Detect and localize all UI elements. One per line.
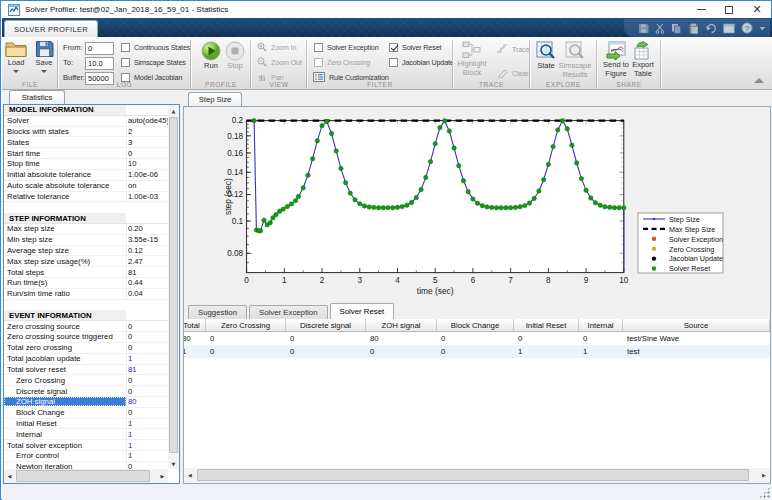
highlight-block-button[interactable]: Highlight Block xyxy=(454,41,490,77)
table-hscrollbar-thumb[interactable] xyxy=(197,469,749,481)
stat-row[interactable]: Total jacobian update1 xyxy=(4,354,168,365)
zero-crossing-checkbox[interactable]: Zero Crossing xyxy=(314,58,370,67)
stat-row[interactable]: Newton iteration0 xyxy=(4,462,168,469)
solver-reset-table[interactable]: TotalZero CrossingDiscrete signalZOH sig… xyxy=(184,319,770,469)
stat-row[interactable]: Total steps81 xyxy=(4,267,168,278)
stat-row[interactable]: Zero crossing source0 xyxy=(4,321,168,332)
statistics-vscrollbar[interactable]: ▲ ▼ xyxy=(168,105,179,469)
stat-row[interactable]: Run/sim time ratio0.04 xyxy=(4,289,168,300)
stat-row[interactable]: Blocks with states2 xyxy=(4,127,168,138)
column-header[interactable]: ZOH signal xyxy=(366,319,437,331)
maximize-button[interactable] xyxy=(715,1,743,18)
column-header[interactable]: Total xyxy=(184,319,206,331)
column-header[interactable]: Internal xyxy=(579,319,623,331)
tab-statistics[interactable]: Statistics xyxy=(9,90,65,104)
from-input[interactable] xyxy=(85,42,114,55)
scroll-left-icon[interactable]: ◀ xyxy=(4,469,15,483)
stat-value-link[interactable]: 1 xyxy=(126,419,168,428)
tab-solver-profiler[interactable]: SOLVER PROFILER xyxy=(4,20,98,37)
qat-dropdown-icon[interactable] xyxy=(759,26,766,31)
solver-exception-checkbox[interactable]: Solver Exception xyxy=(314,43,379,52)
clear-button[interactable]: Clear xyxy=(497,68,528,78)
stat-row[interactable]: Max step size0.20 xyxy=(4,224,168,235)
stat-row[interactable]: Total solver exception1 xyxy=(4,440,168,451)
paste-icon[interactable] xyxy=(688,23,699,34)
stat-value-link[interactable]: 1 xyxy=(126,354,168,363)
stat-row[interactable]: Initial Reset1 xyxy=(4,419,168,430)
stat-row[interactable]: Block Change0 xyxy=(4,408,168,419)
vscrollbar-thumb[interactable] xyxy=(169,117,178,453)
layout-icon[interactable] xyxy=(723,23,735,34)
export-table-button[interactable]: Export Table xyxy=(625,41,661,78)
scroll-right-icon[interactable]: ▶ xyxy=(157,469,168,483)
zoom-in-button[interactable]: Zoom In xyxy=(257,42,296,52)
jacobian-update-checkbox[interactable]: Jacobian Update xyxy=(389,58,454,67)
zoom-out-button[interactable]: Zoom Out xyxy=(257,57,302,67)
simscape-results-button[interactable]: Simscape Results xyxy=(557,41,593,79)
tab-solver-reset[interactable]: Solver Reset xyxy=(330,303,395,319)
table-scroll-right-icon[interactable]: ▶ xyxy=(758,468,770,482)
simscape-states-checkbox[interactable]: Simscape States xyxy=(121,58,186,67)
scroll-down-icon[interactable]: ▼ xyxy=(168,458,179,469)
cut-icon[interactable] xyxy=(655,23,665,34)
table-cell: 0 xyxy=(206,332,286,345)
scroll-up-icon[interactable]: ▲ xyxy=(168,105,179,116)
stop-button[interactable]: Stop xyxy=(217,41,253,71)
stat-row[interactable]: ZOH signal80 xyxy=(4,397,168,408)
stat-row[interactable]: Total zero crossing0 xyxy=(4,343,168,354)
stat-row[interactable]: Internal1 xyxy=(4,429,168,440)
column-header[interactable]: Block Change xyxy=(437,319,514,331)
stat-row[interactable]: Error control1 xyxy=(4,451,168,462)
stat-row[interactable]: Solverauto(ode45) xyxy=(4,116,168,127)
stat-row[interactable]: Zero crossing source triggered0 xyxy=(4,332,168,343)
trace-button[interactable]: Trace xyxy=(497,44,529,54)
minimize-button[interactable] xyxy=(687,1,715,18)
tab-step-size[interactable]: Step Size xyxy=(188,92,242,106)
statistics-table[interactable]: MODEL INFORMATIONSolverauto(ode45)Blocks… xyxy=(4,105,168,469)
stat-row[interactable]: Max step size usage(%)2.47 xyxy=(4,256,168,267)
stat-row[interactable]: Zero Crossing0 xyxy=(4,375,168,386)
hscrollbar-thumb[interactable] xyxy=(16,470,150,482)
save-icon[interactable] xyxy=(638,23,649,34)
stat-row[interactable]: Auto scale absolute toleranceon xyxy=(4,181,168,192)
column-header[interactable]: Zero Crossing xyxy=(206,319,286,331)
ribbon-collapse-icon[interactable] xyxy=(754,78,764,83)
stat-row[interactable]: Initial absolute tolerance1.00e-06 xyxy=(4,170,168,181)
copy-icon[interactable] xyxy=(671,23,682,34)
stat-value-link[interactable]: 81 xyxy=(126,365,168,374)
resize-grip[interactable] xyxy=(759,487,770,498)
stat-row[interactable]: Total solver reset81 xyxy=(4,365,168,376)
statistics-hscrollbar[interactable]: ◀ ▶ xyxy=(4,469,168,483)
stat-row[interactable]: Start time0 xyxy=(4,148,168,159)
section-row[interactable]: EVENT INFORMATION xyxy=(4,310,168,321)
table-scroll-left-icon[interactable]: ◀ xyxy=(184,468,196,482)
table-row[interactable]: 1000011test xyxy=(184,345,770,358)
stat-row[interactable]: Stop time10 xyxy=(4,159,168,170)
table-hscrollbar[interactable]: ◀ ▶ xyxy=(184,468,770,482)
stat-value-link[interactable]: 1 xyxy=(126,430,168,439)
stat-row[interactable]: Discrete signal0 xyxy=(4,386,168,397)
stat-row[interactable]: Min step size3.55e-15 xyxy=(4,235,168,246)
column-header[interactable]: Source xyxy=(623,319,770,331)
table-row[interactable]: 800080000test/Sine Wave xyxy=(184,332,770,345)
stat-value-link[interactable]: 1 xyxy=(126,451,168,460)
stat-row[interactable]: Relative tolerance1.00e-03 xyxy=(4,192,168,203)
continuous-states-checkbox[interactable]: Continuous States xyxy=(121,43,190,52)
section-row[interactable]: MODEL INFORMATION xyxy=(4,105,168,116)
stat-value-link[interactable]: 80 xyxy=(126,397,168,406)
tab-suggestion[interactable]: Suggestion xyxy=(188,305,247,319)
step-size-chart[interactable]: 0.080.10.120.140.160.180.2012345678910ti… xyxy=(184,107,770,301)
help-icon[interactable]: ? xyxy=(741,22,753,34)
column-header[interactable]: Discrete signal xyxy=(286,319,366,331)
column-header[interactable]: Initial Reset xyxy=(514,319,579,331)
section-row[interactable]: STEP INFORMATION xyxy=(4,213,168,224)
stat-row[interactable]: Average step size0.12 xyxy=(4,246,168,257)
solver-reset-checkbox[interactable]: Solver Reset xyxy=(389,43,441,52)
to-input[interactable] xyxy=(85,57,114,70)
stat-value-link[interactable]: 1 xyxy=(126,441,168,450)
tab-solver-exception[interactable]: Solver Exception xyxy=(249,305,328,319)
stat-row[interactable]: States3 xyxy=(4,137,168,148)
undo-icon[interactable] xyxy=(705,23,717,34)
close-button[interactable]: ✕ xyxy=(743,1,771,18)
stat-row[interactable]: Run time(s)0.44 xyxy=(4,278,168,289)
